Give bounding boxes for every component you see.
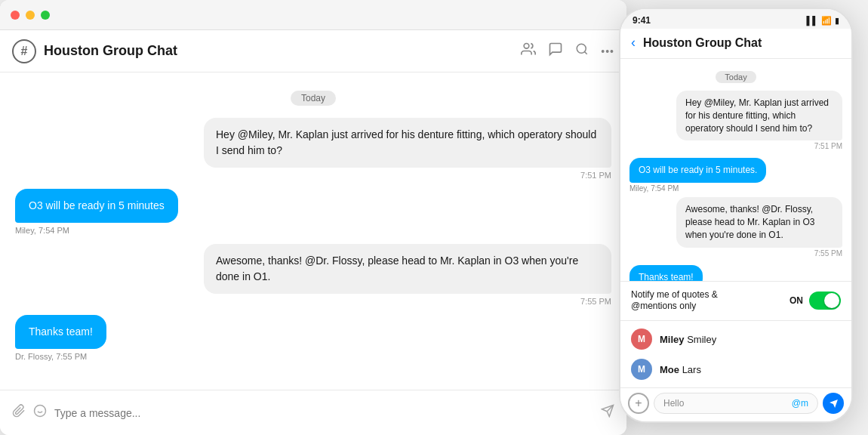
message-3: Awesome, thanks! @Dr. Flossy, please hea… (15, 244, 611, 312)
phone-status-icons: ▌▌ 📶 ▮ (806, 16, 839, 26)
message-bubble-1: Hey @Miley, Mr. Kaplan just arrived for … (204, 118, 611, 168)
chat-window: # Houston Group Chat ••• Today Hey @Mile… (0, 0, 626, 435)
phone-message-2: O3 will be ready in 5 minutes. (629, 158, 842, 183)
input-area (0, 390, 626, 435)
timestamp-3: 7:55 PM (204, 297, 611, 306)
user-item-miley: M Miley Smiley (620, 324, 851, 354)
sender-4: Dr. Flossy, 7:55 PM (15, 352, 611, 361)
battery-icon: ▮ (835, 16, 839, 26)
header-left: # Houston Group Chat (12, 39, 521, 63)
maximize-dot[interactable] (41, 11, 50, 20)
minimize-dot[interactable] (26, 11, 35, 20)
title-bar (0, 0, 626, 30)
signal-icon: ▌▌ (806, 16, 818, 25)
phone-send-button[interactable] (823, 393, 844, 414)
back-button[interactable]: ‹ (631, 35, 636, 51)
phone-users-list: M Miley Smiley M Moe Lars (620, 320, 851, 387)
phone-input-placeholder: Hello (663, 398, 684, 409)
sender-2: Miley, 7:54 PM (15, 226, 611, 235)
comment-icon[interactable] (548, 42, 563, 60)
message-bubble-3: Awesome, thanks! @Dr. Flossy, please hea… (204, 244, 611, 294)
phone-message-1: Hey @Miley, Mr. Kaplan just arrived for … (629, 91, 842, 155)
phone-notification-row: Notify me of quotes & @mentions only ON (620, 281, 851, 320)
avatar-moe: M (631, 359, 652, 380)
channel-hash-icon: # (12, 39, 36, 63)
phone-mockup: 9:41 ▌▌ 📶 ▮ ‹ Houston Group Chat Today H… (619, 8, 853, 423)
phone-chat-title: Houston Group Chat (643, 36, 762, 50)
emoji-icon[interactable] (33, 404, 47, 421)
phone-sender-2: Miley, 7:54 PM (629, 184, 842, 193)
notify-label: Notify me of quotes & @mentions only (631, 289, 752, 313)
phone-messages: Today Hey @Miley, Mr. Kaplan just arrive… (620, 59, 851, 281)
phone-time: 9:41 (633, 15, 651, 26)
message-input[interactable] (54, 407, 593, 419)
user-item-moe: M Moe Lars (620, 354, 851, 384)
phone-mention-text: @m (792, 398, 808, 409)
phone-input-area: + Hello @m (620, 387, 851, 421)
phone-message-3: Awesome, thanks! @Dr. Flossy, please hea… (629, 197, 842, 261)
chat-title: Houston Group Chat (44, 43, 177, 59)
chat-header: # Houston Group Chat ••• (0, 30, 626, 72)
attachment-icon[interactable] (12, 404, 26, 421)
phone-message-4: Thanks team! (629, 265, 842, 281)
header-right: ••• (521, 42, 614, 60)
message-1: Hey @Miley, Mr. Kaplan just arrived for … (15, 118, 611, 186)
date-badge: Today (291, 91, 336, 106)
phone-bubble-1: Hey @Miley, Mr. Kaplan just arrived for … (676, 91, 842, 140)
avatar-miley: M (631, 329, 652, 350)
svg-point-1 (577, 44, 586, 53)
notify-state: ON (790, 295, 803, 306)
phone-header: ‹ Houston Group Chat (620, 29, 851, 59)
message-bubble-2: O3 will be ready in 5 minutes (15, 189, 178, 223)
send-button[interactable] (601, 404, 614, 421)
close-dot[interactable] (11, 11, 20, 20)
toggle-knob (824, 293, 839, 308)
notify-right: ON (790, 292, 841, 310)
phone-date-divider: Today (629, 69, 842, 83)
phone-timestamp-1: 7:51 PM (676, 142, 842, 150)
phone-timestamp-3: 7:55 PM (676, 249, 842, 258)
user-name-miley: Miley Smiley (660, 334, 716, 345)
svg-marker-7 (830, 400, 838, 408)
svg-point-0 (524, 44, 529, 49)
phone-add-button[interactable]: + (628, 393, 649, 414)
date-divider: Today (15, 91, 611, 106)
svg-point-2 (35, 406, 46, 417)
phone-bubble-4: Thanks team! (629, 265, 703, 281)
notification-toggle[interactable] (809, 292, 841, 310)
more-icon[interactable]: ••• (601, 45, 614, 57)
message-2: O3 will be ready in 5 minutes (15, 189, 611, 223)
phone-message-input[interactable]: Hello @m (654, 393, 818, 414)
search-icon[interactable] (575, 42, 589, 60)
phone-date-badge: Today (716, 71, 756, 83)
message-4: Thanks team! (15, 315, 611, 349)
phone-bubble-2: O3 will be ready in 5 minutes. (629, 158, 766, 183)
group-icon[interactable] (521, 42, 536, 60)
wifi-icon: 📶 (821, 16, 832, 26)
phone-bubble-3: Awesome, thanks! @Dr. Flossy, please hea… (676, 197, 842, 247)
message-bubble-4: Thanks team! (15, 315, 106, 349)
phone-status-bar: 9:41 ▌▌ 📶 ▮ (620, 9, 851, 29)
timestamp-1: 7:51 PM (204, 171, 611, 180)
messages-area: Today Hey @Miley, Mr. Kaplan just arrive… (0, 72, 626, 390)
user-name-moe: Moe Lars (660, 364, 701, 375)
